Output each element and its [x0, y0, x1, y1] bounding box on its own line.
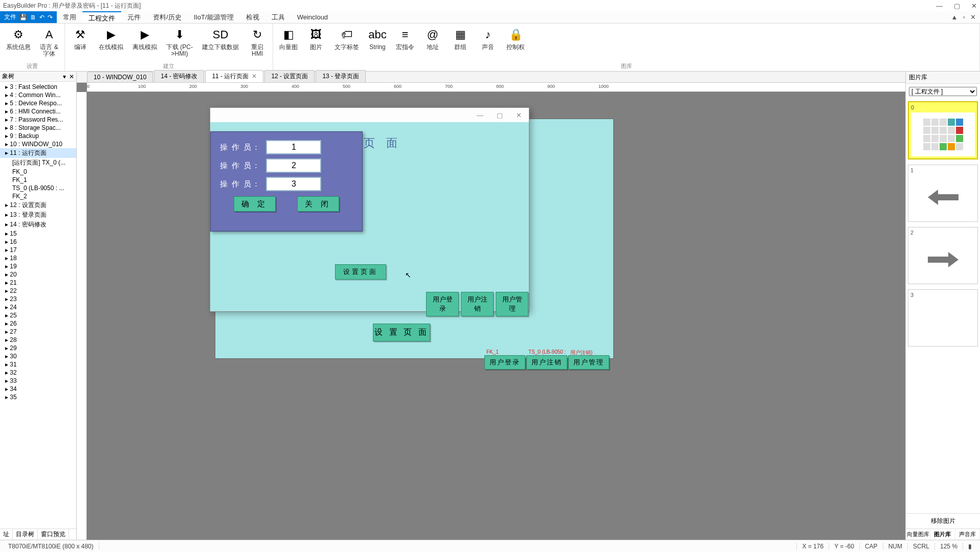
- ribbon-button[interactable]: abcString: [366, 26, 389, 61]
- menu-tab[interactable]: 资料/历史: [147, 11, 188, 23]
- menu-tab[interactable]: Weincloud: [291, 11, 334, 23]
- ribbon-button[interactable]: ♪声音: [477, 26, 499, 61]
- menu-tab[interactable]: 常用: [57, 11, 82, 23]
- tree-node[interactable]: TS_0 (LB-9050 : ...: [0, 184, 76, 192]
- float-button-logout[interactable]: 用户注销: [461, 292, 494, 316]
- qat-save-icon[interactable]: 💾: [19, 14, 27, 21]
- ribbon-button[interactable]: ≡宏指令: [394, 26, 416, 61]
- tab-close-icon[interactable]: ✕: [252, 73, 257, 80]
- file-menu[interactable]: 文件: [4, 13, 16, 21]
- operator-panel[interactable]: 操 作 员： 1 操 作 员： 2 操 作 员： 3 确 定: [210, 131, 363, 232]
- ribbon-button[interactable]: ▶在线模拟: [97, 26, 125, 61]
- minimize-button[interactable]: —: [936, 2, 943, 10]
- thumbnail-3[interactable]: 3: [908, 289, 978, 347]
- document-tab[interactable]: 13 - 登录页面: [316, 70, 366, 82]
- ribbon-button[interactable]: ⚒编译: [69, 26, 92, 61]
- menu-tab[interactable]: 元件: [121, 11, 147, 23]
- qat-undo-icon[interactable]: ↶: [39, 14, 44, 21]
- tree-node[interactable]: ▸ 25: [0, 311, 76, 319]
- right-tab-sound[interactable]: 声音库: [955, 529, 980, 540]
- tree-node[interactable]: ▸ 12 : 设置页面: [0, 200, 76, 210]
- hmi-button-logout[interactable]: 用户注销: [526, 355, 567, 370]
- right-tab-image[interactable]: 图片库: [930, 529, 955, 540]
- ribbon-button[interactable]: ▶离线模拟: [130, 26, 159, 61]
- thumbnail-1[interactable]: 1: [908, 165, 978, 222]
- tree-node[interactable]: FK_1: [0, 176, 76, 184]
- ribbon-restore-icon[interactable]: ▫: [963, 13, 965, 21]
- document-tab[interactable]: 14 - 密码修改: [154, 70, 204, 82]
- library-select[interactable]: [ 工程文件 ]: [909, 87, 977, 96]
- document-tab[interactable]: 10 - WINDOW_010: [87, 72, 153, 82]
- thumbnail-list[interactable]: 0 1 2: [906, 99, 980, 513]
- canvas-outer[interactable]: 设 置 页 面 FK_1 TS_0 (LB-9050 : 用户注销) 用户登录 …: [87, 92, 905, 540]
- ribbon-button[interactable]: A语言 & 字体: [38, 26, 60, 61]
- tree-node[interactable]: ▸ 21: [0, 279, 76, 287]
- tree-node[interactable]: ▸ 34: [0, 385, 76, 393]
- ribbon-button[interactable]: ⚙系统信息: [4, 26, 33, 61]
- tree-node[interactable]: ▸ 26: [0, 319, 76, 328]
- operator-input-3[interactable]: 3: [266, 177, 321, 191]
- float-button-login[interactable]: 用户登录: [426, 292, 459, 316]
- tree-node[interactable]: ▸ 13 : 登录页面: [0, 210, 76, 220]
- tree-node[interactable]: ▸ 6 : HMI Connecti...: [0, 107, 76, 116]
- tree-node[interactable]: ▸ 7 : Password Res...: [0, 116, 76, 124]
- tree-node[interactable]: ▸ 10 : WINDOW_010: [0, 140, 76, 148]
- float-close-icon[interactable]: ✕: [516, 111, 522, 119]
- tree-node[interactable]: ▸ 22: [0, 287, 76, 295]
- left-pane-dropdown-icon[interactable]: ▾: [63, 73, 66, 80]
- tree-node[interactable]: ▸ 17: [0, 246, 76, 254]
- left-tab-preview[interactable]: 窗口预览: [38, 529, 69, 540]
- status-zoom[interactable]: 125 %: [934, 543, 963, 550]
- menu-tab[interactable]: 工程文件: [82, 11, 121, 23]
- remove-image-button[interactable]: 移除图片: [906, 513, 980, 528]
- ribbon-collapse-icon[interactable]: ▲: [951, 13, 958, 21]
- tree-node[interactable]: FK_0: [0, 168, 76, 176]
- ribbon-button[interactable]: @地址: [421, 26, 444, 61]
- operator-input-2[interactable]: 2: [266, 158, 321, 173]
- left-tab-tree[interactable]: 目录树: [13, 529, 38, 540]
- tree-node[interactable]: ▸ 30: [0, 352, 76, 360]
- thumbnail-2[interactable]: 2: [908, 227, 978, 284]
- hmi-button-login[interactable]: 用户登录: [484, 355, 525, 370]
- tree-node[interactable]: ▸ 8 : Storage Spac...: [0, 124, 76, 132]
- tree-node[interactable]: ▸ 9 : Backup: [0, 132, 76, 140]
- tree-node[interactable]: ▸ 31: [0, 360, 76, 369]
- float-button-manage[interactable]: 用户管理: [496, 292, 528, 316]
- tree-node[interactable]: ▸ 32: [0, 369, 76, 377]
- tree-node[interactable]: ▸ 16: [0, 238, 76, 246]
- menu-tab[interactable]: 检视: [240, 11, 265, 23]
- tree-node[interactable]: ▸ 4 : Common Win...: [0, 91, 76, 99]
- window-tree[interactable]: ▸ 3 : Fast Selection▸ 4 : Common Win...▸…: [0, 82, 76, 528]
- ribbon-button[interactable]: 🖼图片: [305, 26, 327, 61]
- tree-node[interactable]: [运行页面] TX_0 (...: [0, 158, 76, 168]
- ribbon-button[interactable]: ▦群组: [449, 26, 472, 61]
- tree-node[interactable]: ▸ 27: [0, 328, 76, 336]
- left-pane-close-icon[interactable]: ✕: [69, 73, 74, 80]
- menu-tab[interactable]: IIoT/能源管理: [188, 11, 240, 23]
- float-window[interactable]: — ▢ ✕ 页 面 操 作 员： 1 操 作 员： 2: [210, 107, 529, 312]
- right-tab-vector[interactable]: 向量图库: [906, 529, 930, 540]
- tree-node[interactable]: ▸ 3 : Fast Selection: [0, 83, 76, 91]
- ribbon-button[interactable]: ◧向量图: [277, 26, 300, 61]
- tree-node[interactable]: ▸ 28: [0, 336, 76, 344]
- ribbon-button[interactable]: 🔒控制权: [504, 26, 527, 61]
- tree-node[interactable]: ▸ 33: [0, 377, 76, 385]
- thumbnail-0[interactable]: 0: [908, 101, 978, 159]
- ribbon-close-icon[interactable]: ✕: [970, 13, 976, 21]
- status-slider-icon[interactable]: ▮: [963, 543, 977, 550]
- tree-node[interactable]: FK_2: [0, 192, 76, 200]
- float-maximize-icon[interactable]: ▢: [497, 111, 503, 119]
- tree-node[interactable]: ▸ 23: [0, 295, 76, 303]
- ribbon-button[interactable]: 🏷文字标签: [332, 26, 361, 61]
- tree-node[interactable]: ▸ 11 : 运行页面: [0, 148, 76, 158]
- float-minimize-icon[interactable]: —: [477, 111, 483, 119]
- ribbon-button[interactable]: ↻重启 HMI: [246, 26, 269, 61]
- tree-node[interactable]: ▸ 24: [0, 303, 76, 311]
- document-tab[interactable]: 11 - 运行页面✕: [205, 70, 263, 82]
- ribbon-button[interactable]: ⬇下载 (PC- >HMI): [164, 26, 195, 61]
- qat-save-all-icon[interactable]: 🗎: [30, 14, 36, 21]
- tree-node[interactable]: ▸ 5 : Device Respo...: [0, 99, 76, 107]
- ribbon-button[interactable]: SD建立下载数据: [200, 26, 241, 61]
- hmi-button-manage[interactable]: 用户管理: [568, 355, 609, 370]
- close-button[interactable]: 关 闭: [297, 196, 339, 212]
